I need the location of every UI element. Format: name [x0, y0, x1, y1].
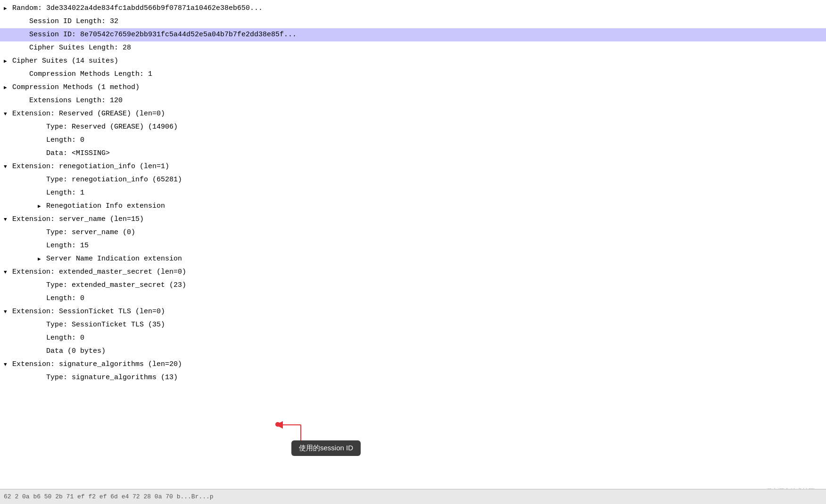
row-renegotiation-info-ext: Renegotiation Info extension — [0, 200, 826, 213]
row-compression-methods-length: Compression Methods Length: 1 — [0, 68, 826, 81]
tree-arrow[interactable] — [4, 83, 12, 92]
session-id-arrow — [0, 386, 424, 480]
tree-label: Cipher Suites Length: 28 — [29, 42, 131, 54]
tree-arrow[interactable] — [4, 360, 12, 369]
tree-label: Compression Methods Length: 1 — [29, 68, 152, 81]
tree-label: Session ID: 8e70542c7659e2bb931fc5a44d52… — [29, 29, 297, 41]
tree-arrow[interactable] — [38, 255, 46, 264]
tree-label: Length: 15 — [46, 240, 89, 252]
tree-arrow[interactable] — [4, 57, 12, 66]
row-session-id-length: Session ID Length: 32 — [0, 15, 826, 28]
row-type-server-name: Type: server_name (0) — [0, 226, 826, 239]
tree-label: Extension: renegotiation_info (len=1) — [12, 161, 169, 173]
tree-label: Renegotiation Info extension — [46, 200, 165, 212]
row-cipher-suites: Cipher Suites (14 suites) — [0, 55, 826, 68]
row-ext-renegotiation: Extension: renegotiation_info (len=1) — [0, 160, 826, 173]
row-compression-methods: Compression Methods (1 method) — [0, 81, 826, 94]
tree-label: Length: 0 — [46, 293, 84, 305]
tree-arrow[interactable] — [4, 215, 12, 224]
tree-label: Data (0 bytes) — [46, 345, 106, 358]
tree-label: Type: SessionTicket TLS (35) — [46, 319, 165, 331]
tree-arrow[interactable] — [4, 163, 12, 171]
tree-label: Type: renegotiation_info (65281) — [46, 174, 182, 186]
tree-label: Random: 3de334022a4de834fc1abdd566b9f078… — [12, 2, 263, 15]
session-id-dot — [275, 422, 280, 427]
bottom-bar: 62 2 0a b6 50 2b 71 ef f2 ef 6d e4 72 28… — [0, 489, 826, 504]
row-ext-extended-master: Extension: extended_master_secret (len=0… — [0, 266, 826, 279]
tree-arrow[interactable] — [4, 268, 12, 277]
tree-label: Server Name Indication extension — [46, 253, 182, 265]
row-ext-server-name: Extension: server_name (len=15) — [0, 213, 826, 226]
row-type-renegotiation: Type: renegotiation_info (65281) — [0, 173, 826, 187]
tree-label: Extensions Length: 120 — [29, 95, 123, 107]
tree-label: Type: signature_algorithms (13) — [46, 372, 178, 384]
packet-tree: Random: 3de334022a4de834fc1abdd566b9f078… — [0, 0, 826, 386]
tree-label: Length: 0 — [46, 332, 84, 344]
row-session-id: Session ID: 8e70542c7659e2bb931fc5a44d52… — [0, 28, 826, 41]
row-data-0bytes: Data (0 bytes) — [0, 345, 826, 358]
tree-label: Extension: signature_algorithms (len=20) — [12, 358, 182, 371]
row-type-session-ticket: Type: SessionTicket TLS (35) — [0, 318, 826, 332]
row-server-name-indication: Server Name Indication extension — [0, 252, 826, 266]
tree-arrow[interactable] — [38, 202, 46, 211]
row-cipher-suites-length: Cipher Suites Length: 28 — [0, 41, 826, 55]
tree-label: Length: 0 — [46, 134, 84, 146]
tree-label: Extension: Reserved (GREASE) (len=0) — [12, 108, 165, 120]
tree-label: Type: Reserved (GREASE) (14906) — [46, 121, 178, 133]
tree-arrow[interactable] — [4, 4, 12, 13]
tree-label: Compression Methods (1 method) — [12, 81, 140, 94]
row-data-missing: Data: <MISSING> — [0, 147, 826, 160]
row-length-0c: Length: 0 — [0, 332, 826, 345]
row-length-0a: Length: 0 — [0, 134, 826, 147]
bottom-bar-text: 62 2 0a b6 50 2b 71 ef f2 ef 6d e4 72 28… — [4, 493, 214, 500]
tree-label: Extension: SessionTicket TLS (len=0) — [12, 306, 165, 318]
row-type-reserved: Type: Reserved (GREASE) (14906) — [0, 121, 826, 134]
row-length-15: Length: 15 — [0, 239, 826, 252]
row-length-0b: Length: 0 — [0, 292, 826, 305]
tree-label: Extension: server_name (len=15) — [12, 213, 144, 226]
row-type-signature: Type: signature_algorithms (13) — [0, 371, 826, 384]
tree-label: Type: extended_master_secret (23) — [46, 279, 186, 292]
row-ext-reserved: Extension: Reserved (GREASE) (len=0) — [0, 107, 826, 121]
tree-arrow[interactable] — [4, 110, 12, 119]
tree-label: Length: 1 — [46, 187, 84, 199]
session-id-label: 使用的session ID — [291, 440, 361, 456]
tree-label: Cipher Suites (14 suites) — [12, 55, 118, 67]
tree-label: Type: server_name (0) — [46, 227, 135, 239]
row-random: Random: 3de334022a4de834fc1abdd566b9f078… — [0, 2, 826, 15]
no-ticket-arrow — [0, 386, 424, 504]
row-extensions-length: Extensions Length: 120 — [0, 94, 826, 107]
tree-arrow[interactable] — [4, 308, 12, 317]
row-ext-session-ticket: Extension: SessionTicket TLS (len=0) — [0, 305, 826, 318]
row-length-1: Length: 1 — [0, 187, 826, 200]
row-ext-signature: Extension: signature_algorithms (len=20) — [0, 358, 826, 371]
tree-label: Data: <MISSING> — [46, 147, 110, 160]
row-type-extended-master: Type: extended_master_secret (23) — [0, 279, 826, 292]
tree-label: Extension: extended_master_secret (len=0… — [12, 266, 186, 278]
tree-label: Session ID Length: 32 — [29, 16, 118, 28]
